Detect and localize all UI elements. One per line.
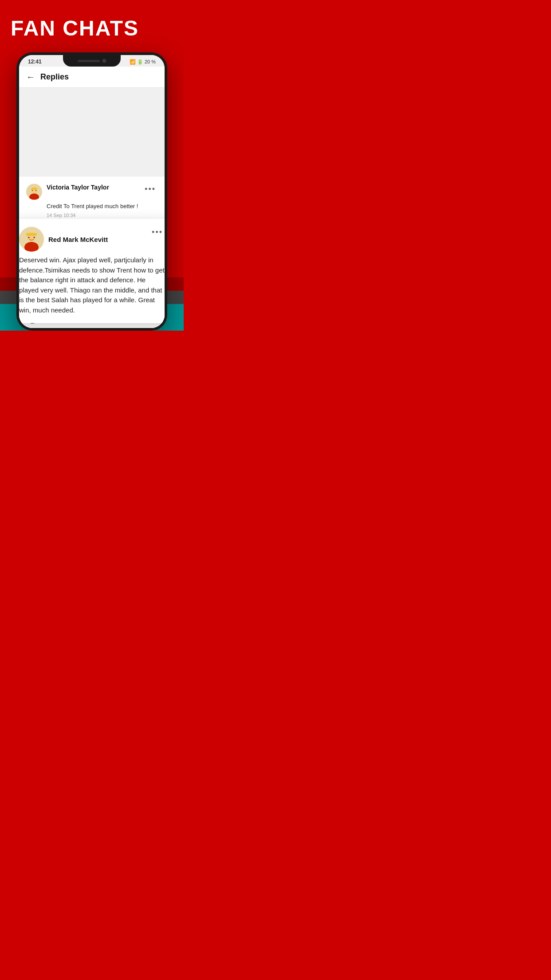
back-button[interactable]: ← xyxy=(26,72,35,82)
featured-comment-avatar xyxy=(19,227,44,252)
featured-comment-user: Red Mark McKevitt xyxy=(19,227,108,252)
status-icons: 📶 🔋 20 % xyxy=(130,59,156,65)
svg-rect-4 xyxy=(26,233,37,236)
featured-avatar-img xyxy=(19,227,44,252)
featured-comment-header: Red Mark McKevitt ••• xyxy=(19,227,165,252)
reply-user: Victoria Taylor Taylor xyxy=(26,184,109,200)
phone-screen-content: Red Mark McKevitt ••• Deserved win. Ajax… xyxy=(19,177,165,328)
header: FAN CHATS xyxy=(0,0,184,48)
phone-frame: 12:41 📶 🔋 20 % ← Replies xyxy=(16,52,167,331)
reply-timestamp-1: 14 Sep 10:34 xyxy=(47,213,157,218)
phone-screen: 12:41 📶 🔋 20 % ← Replies xyxy=(19,55,165,328)
status-bar: 12:41 📶 🔋 20 % xyxy=(19,55,165,67)
nav-title: Replies xyxy=(40,72,69,82)
svg-point-5 xyxy=(28,237,30,238)
notch-speaker xyxy=(78,60,100,62)
reply-avatar-1 xyxy=(26,184,42,200)
svg-rect-10 xyxy=(31,188,37,190)
svg-point-6 xyxy=(34,237,35,238)
page-title: FAN CHATS xyxy=(11,18,173,39)
reply-text-1: Credit To Trent played much better ! xyxy=(47,202,157,211)
featured-comment-card: Red Mark McKevitt ••• Deserved win. Ajax… xyxy=(19,219,165,323)
status-time: 12:41 xyxy=(28,59,42,65)
battery-level: 20 % xyxy=(145,59,156,64)
featured-comment-text: Deserved win. Ajax played well, partjcul… xyxy=(19,255,165,315)
notch-camera xyxy=(102,59,106,63)
featured-comment-more[interactable]: ••• xyxy=(150,227,165,238)
reply-username-1: Victoria Taylor Taylor xyxy=(47,184,109,191)
reply-avatar-img-1 xyxy=(26,184,42,200)
notch xyxy=(63,55,121,67)
featured-comment-username: Red Mark McKevitt xyxy=(48,236,108,243)
svg-point-11 xyxy=(32,190,33,191)
battery-icon: 🔋 xyxy=(137,59,143,65)
nav-bar: ← Replies xyxy=(19,67,165,88)
svg-point-12 xyxy=(35,190,36,191)
phone-mockup: 12:41 📶 🔋 20 % ← Replies xyxy=(0,52,184,331)
reply-more-1[interactable]: ••• xyxy=(143,184,157,195)
reply-header: Victoria Taylor Taylor ••• xyxy=(26,184,157,200)
page: FAN CHATS 12:41 📶 🔋 20 % xyxy=(0,0,184,331)
signal-icon: 📶 xyxy=(130,59,136,65)
